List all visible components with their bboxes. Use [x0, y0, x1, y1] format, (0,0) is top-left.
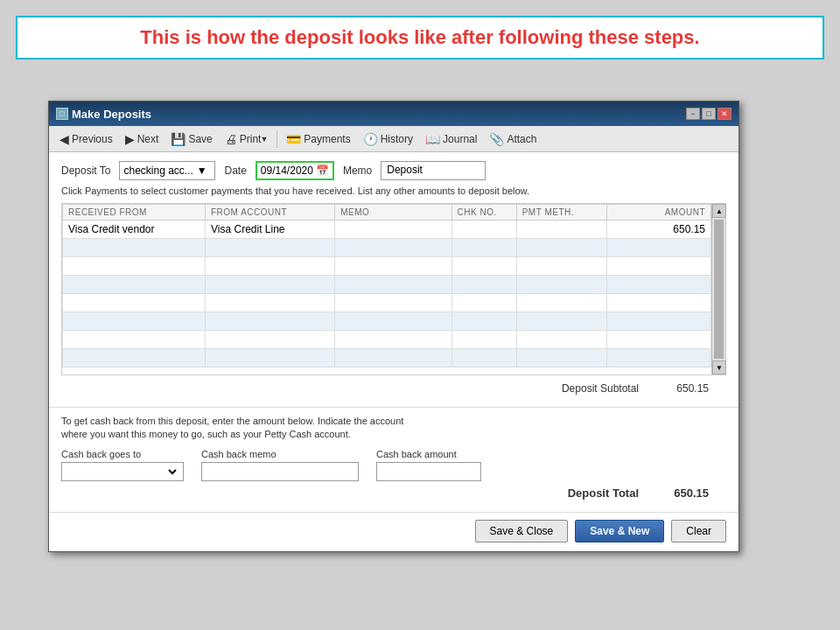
restore-button[interactable]: □: [702, 108, 716, 120]
col-from-account: FROM ACCOUNT: [206, 205, 335, 220]
subtotal-row: Deposit Subtotal 650.15: [61, 379, 726, 398]
save-label: Save: [188, 133, 212, 145]
cashback-memo-input[interactable]: [201, 462, 359, 481]
total-row: Deposit Total 650.15: [61, 481, 726, 505]
cell-from-account: [206, 349, 335, 368]
cell-from-account: [206, 294, 335, 312]
cashback-fields: Cash back goes to Cash back memo Cash ba…: [61, 449, 726, 481]
cell-received-from: [63, 239, 206, 257]
cell-received-from: [63, 349, 206, 368]
scroll-thumb[interactable]: [714, 220, 724, 359]
journal-button[interactable]: 📖 Journal: [420, 130, 482, 148]
cell-memo: [335, 257, 452, 276]
date-label: Date: [224, 164, 246, 177]
toolbar: ◀ Previous ▶ Next 💾 Save 🖨 Print ▼ 💳 Pay…: [49, 126, 738, 152]
cell-amount: 650.15: [607, 220, 711, 239]
scroll-down-arrow[interactable]: ▼: [712, 360, 726, 374]
cell-pmt-meth: [516, 276, 607, 294]
date-value: 09/14/2020: [261, 164, 313, 177]
make-deposits-window: □ Make Deposits − □ ✕ ◀ Previous ▶ Next …: [48, 101, 739, 552]
banner-text: This is how the deposit looks like after…: [140, 26, 699, 48]
attach-icon: 📎: [489, 132, 504, 146]
cashback-goes-to-select[interactable]: [61, 462, 184, 481]
cell-chk-no: [452, 220, 516, 239]
deposit-to-select[interactable]: checking acc... ▼: [119, 161, 215, 180]
cell-received-from: [63, 312, 206, 331]
window-title: Make Deposits: [72, 108, 151, 121]
memo-label: Memo: [343, 164, 372, 177]
deposit-to-label: Deposit To: [61, 164, 110, 177]
action-buttons: Save & Close Save & New Clear: [49, 512, 738, 551]
save-close-button[interactable]: Save & Close: [475, 520, 569, 542]
cashback-amount-input[interactable]: [376, 462, 481, 481]
cashback-amount-group: Cash back amount: [376, 449, 481, 481]
journal-icon: 📖: [425, 132, 440, 146]
cell-chk-no: [452, 276, 516, 294]
cell-chk-no: [452, 294, 516, 312]
history-button[interactable]: 🕐 History: [358, 130, 418, 148]
clear-button[interactable]: Clear: [671, 520, 726, 542]
cell-received-from: [63, 331, 206, 349]
total-amount: 650.15: [656, 486, 709, 500]
col-pmt-meth: PMT METH.: [516, 205, 607, 220]
payments-button[interactable]: 💳 Payments: [281, 130, 355, 148]
table-row[interactable]: [63, 239, 711, 257]
title-bar: □ Make Deposits − □ ✕: [49, 102, 738, 126]
history-label: History: [381, 133, 413, 145]
cell-amount: [607, 257, 711, 276]
title-bar-left: □ Make Deposits: [56, 108, 151, 121]
deposit-to-dropdown-icon[interactable]: ▼: [197, 164, 207, 177]
print-label: Print: [240, 133, 262, 145]
cell-memo: [335, 312, 452, 331]
table-scrollbar[interactable]: ▲ ▼: [711, 204, 725, 374]
previous-button[interactable]: ◀ Previous: [54, 130, 118, 148]
subtotal-amount: 650.15: [656, 382, 709, 395]
cell-received-from: Visa Credit vendor: [63, 220, 206, 239]
cell-from-account: [206, 257, 335, 276]
minimize-button[interactable]: −: [686, 108, 700, 120]
cell-memo: [335, 276, 452, 294]
cell-chk-no: [452, 331, 516, 349]
table-row[interactable]: Visa Credit vendor Visa Credit Line 650.…: [63, 220, 711, 239]
cell-amount: [607, 349, 711, 368]
cell-pmt-meth: [516, 331, 607, 349]
next-label: Next: [137, 133, 159, 145]
table-row[interactable]: [63, 349, 711, 368]
cell-memo: [335, 294, 452, 312]
cell-pmt-meth: [516, 239, 607, 257]
cell-amount: [607, 276, 711, 294]
cashback-goes-to-dropdown[interactable]: [66, 465, 179, 479]
cell-memo: [335, 220, 452, 239]
payments-icon: 💳: [286, 132, 301, 146]
payments-label: Payments: [304, 133, 350, 145]
cell-received-from: [63, 276, 206, 294]
cell-pmt-meth: [516, 257, 607, 276]
col-chk-no: CHK NO.: [452, 205, 516, 220]
table-row[interactable]: [63, 331, 711, 349]
save-button[interactable]: 💾 Save: [165, 130, 217, 148]
cell-chk-no: [452, 349, 516, 368]
date-field[interactable]: 09/14/2020 📅: [256, 161, 334, 180]
cell-chk-no: [452, 257, 516, 276]
print-dropdown-icon[interactable]: ▼: [260, 135, 268, 144]
print-button[interactable]: 🖨 Print ▼: [220, 130, 274, 148]
scroll-up-arrow[interactable]: ▲: [712, 204, 726, 218]
cell-pmt-meth: [516, 294, 607, 312]
table-row[interactable]: [63, 257, 711, 276]
memo-value: Deposit: [387, 164, 423, 176]
table-row[interactable]: [63, 294, 711, 312]
save-new-button[interactable]: Save & New: [575, 520, 664, 542]
cell-pmt-meth: [516, 220, 607, 239]
calendar-icon[interactable]: 📅: [316, 164, 329, 177]
table-row[interactable]: [63, 276, 711, 294]
table-row[interactable]: [63, 312, 711, 331]
attach-label: Attach: [507, 133, 536, 145]
memo-field[interactable]: Deposit: [381, 161, 486, 180]
history-icon: 🕐: [363, 132, 378, 146]
cashback-memo-label: Cash back memo: [201, 449, 359, 459]
close-button[interactable]: ✕: [718, 108, 732, 120]
attach-button[interactable]: 📎 Attach: [484, 130, 542, 148]
next-button[interactable]: ▶ Next: [120, 130, 164, 148]
previous-label: Previous: [72, 133, 113, 145]
instruction-text: Click Payments to select customer paymen…: [61, 186, 726, 196]
